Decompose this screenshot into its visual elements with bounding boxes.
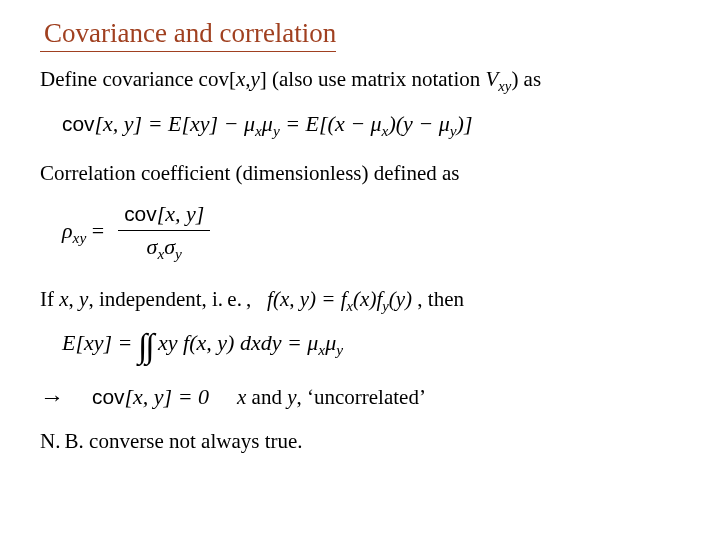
independent-line: If x, y, independent, i. e. , f(x, y) = …: [40, 286, 680, 316]
fraction: cov[x, y] σxσy: [118, 200, 210, 263]
eq-part: xy f(x, y) dxdy = μ: [153, 330, 319, 355]
slide-title: Covariance and correlation: [40, 18, 336, 52]
txt: , ‘uncorrelated’: [297, 385, 426, 409]
cov-label: cov: [62, 112, 95, 135]
correlation-line: Correlation coefficient (dimensionless) …: [40, 160, 680, 186]
txt: , independent, i. e. ,: [88, 287, 256, 311]
bracket-xy: [x, y]: [157, 201, 205, 226]
eq-part: [x, y] = 0: [125, 384, 210, 409]
sub-y: y: [175, 245, 182, 262]
rho: ρ: [62, 218, 73, 243]
eq-part: μ: [262, 111, 273, 136]
cov-label: cov: [92, 385, 125, 408]
eq-part: [x, y] = E[xy] − μ: [95, 111, 255, 136]
sub-y: y: [450, 122, 457, 139]
eq-part: = E[(x − μ: [280, 111, 382, 136]
arrow-icon: →: [40, 382, 64, 412]
cov-label: cov: [124, 202, 157, 225]
define-line: Define covariance cov[x,y] (also use mat…: [40, 66, 680, 96]
txt: ) as: [511, 67, 541, 91]
sub-y: y: [273, 122, 280, 139]
slide: Covariance and correlation Define covari…: [0, 0, 720, 482]
var-y: y: [79, 287, 88, 311]
eq-sign: =: [92, 218, 104, 243]
txt: and: [246, 385, 287, 409]
eq-part: (x)f: [353, 287, 382, 311]
eq-covariance: cov[x, y] = E[xy] − μxμy = E[(x − μx)(y …: [62, 110, 680, 141]
eq-expectation: E[xy] = ∫∫ xy f(x, y) dxdy = μxμy: [62, 329, 680, 360]
uncorrelated-text: x and y, ‘uncorrelated’: [237, 384, 426, 410]
arrow-line: → cov[x, y] = 0 x and y, ‘uncorrelated’: [40, 382, 680, 412]
eq-part: (y): [389, 287, 412, 311]
rho-xy: ρxy =: [62, 217, 104, 248]
mu: μ: [325, 330, 336, 355]
var-x: x: [237, 385, 246, 409]
var-x: x: [59, 287, 68, 311]
matrix-V: V: [486, 67, 499, 91]
txt-then: , then: [417, 287, 464, 311]
txt: Define covariance cov[: [40, 67, 236, 91]
sub-xy: xy: [73, 229, 87, 246]
eq-correlation: ρxy = cov[x, y] σxσy: [62, 200, 680, 263]
txt: ] (also use matrix notation: [260, 67, 486, 91]
sigma: σ: [147, 234, 158, 259]
vars-xy: x,y: [236, 67, 260, 91]
sub-xy: xy: [498, 78, 511, 94]
sub-x: x: [255, 122, 262, 139]
eq-cov-zero: cov[x, y] = 0: [92, 383, 209, 411]
txt: If: [40, 287, 59, 311]
eq-part: )(y − μ: [388, 111, 449, 136]
var-y: y: [287, 385, 296, 409]
eq-part: )]: [457, 111, 473, 136]
numerator: cov[x, y]: [118, 200, 210, 231]
nb-line: N. B. converse not always true.: [40, 428, 680, 454]
sub-y: y: [336, 342, 343, 359]
denominator: σxσy: [118, 231, 210, 264]
slide-body: Define covariance cov[x,y] (also use mat…: [40, 66, 680, 454]
sigma: σ: [164, 234, 175, 259]
eq-fxy: f(x, y) = f: [267, 287, 346, 311]
eq-lhs: E[xy] =: [62, 330, 138, 355]
